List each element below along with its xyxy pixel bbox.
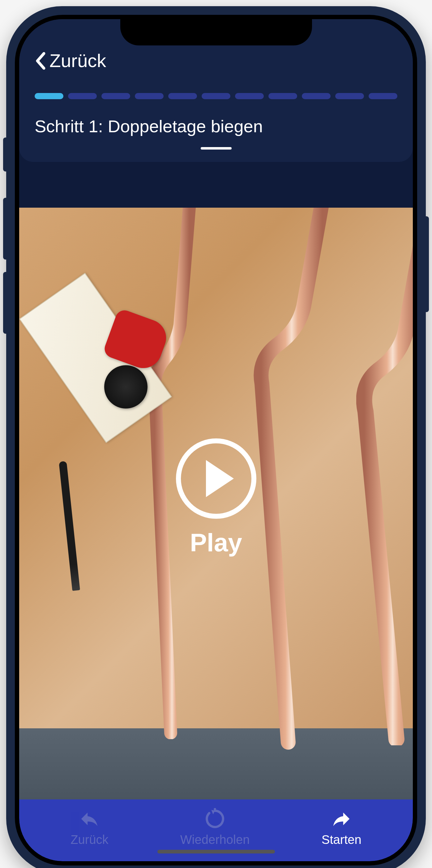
progress-segment[interactable] [302, 93, 330, 99]
phone-notch [120, 19, 312, 45]
chevron-left-icon [35, 52, 46, 70]
video-bg-floor [19, 728, 413, 799]
back-button-label: Zurück [50, 50, 106, 71]
nav-start-button[interactable]: Starten [322, 808, 362, 847]
phone-inner-bezel: Zurück Schritt 1: Doppelet [15, 15, 417, 866]
progress-segment[interactable] [135, 93, 164, 99]
phone-screen: Zurück Schritt 1: Doppelet [19, 19, 413, 861]
progress-bar [35, 93, 397, 99]
phone-volume-up-button [3, 198, 7, 259]
progress-segment[interactable] [202, 93, 230, 99]
home-indicator[interactable] [157, 850, 275, 854]
phone-power-button [425, 216, 429, 312]
nav-start-label: Starten [322, 833, 362, 847]
progress-segment[interactable] [268, 93, 297, 99]
copper-pipe-illustration [356, 245, 413, 745]
nav-back-button[interactable]: Zurück [70, 808, 108, 847]
reply-arrow-icon [79, 808, 100, 830]
phone-volume-down-button [3, 272, 7, 334]
progress-segment[interactable] [35, 93, 63, 99]
nav-repeat-label: Wiederholen [180, 833, 250, 847]
progress-segment[interactable] [102, 93, 130, 99]
refresh-icon [204, 808, 226, 830]
progress-segment[interactable] [68, 93, 97, 99]
progress-segment[interactable] [335, 93, 364, 99]
step-title: Schritt 1: Doppeletage biegen [35, 116, 397, 136]
copper-pipe-illustration [251, 208, 344, 751]
phone-side-button [3, 137, 7, 172]
play-triangle-icon [206, 460, 234, 497]
phone-device-frame: Zurück Schritt 1: Doppelet [6, 6, 426, 868]
nav-back-label: Zurück [70, 833, 108, 847]
play-button-label: Play [190, 528, 242, 557]
progress-segment[interactable] [168, 93, 197, 99]
pipe-cutter-knob-illustration [104, 365, 147, 408]
play-icon [176, 438, 256, 519]
video-player-area[interactable]: Play [19, 208, 413, 799]
play-button[interactable]: Play [176, 438, 256, 557]
nav-repeat-button[interactable]: Wiederholen [180, 808, 250, 847]
progress-segment[interactable] [235, 93, 264, 99]
progress-segment[interactable] [369, 93, 397, 99]
back-button[interactable]: Zurück [35, 50, 397, 71]
drag-handle[interactable] [201, 147, 232, 150]
forward-arrow-icon [330, 808, 352, 830]
